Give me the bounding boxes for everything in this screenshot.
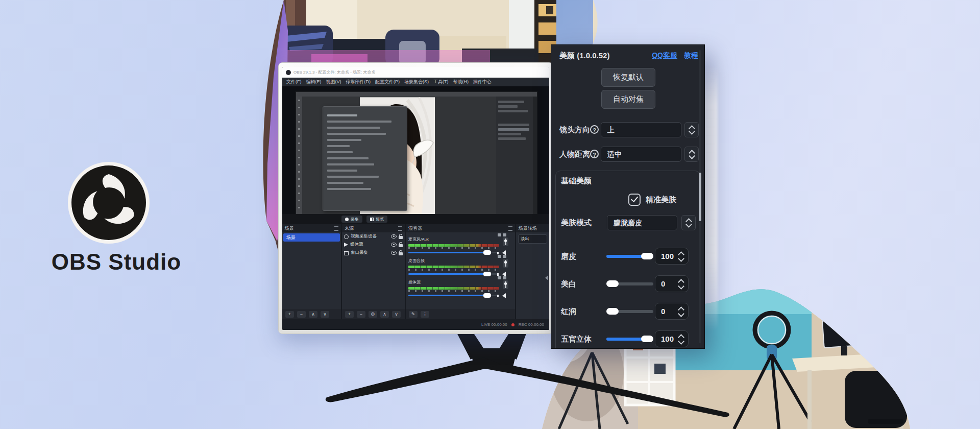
source-item[interactable]: 窗口采集 [342, 249, 405, 257]
mixer-more-button[interactable]: ⋮ [421, 311, 429, 318]
volume-slider[interactable] [408, 252, 499, 253]
spin-down-icon[interactable] [678, 311, 684, 317]
slider-handle[interactable] [641, 253, 653, 259]
help-icon[interactable]: ? [590, 150, 599, 158]
dock-transitions-header: 场景转场 [516, 224, 549, 232]
volume-handle[interactable] [483, 250, 491, 255]
dock-options-icon[interactable] [508, 226, 512, 231]
fader-icon[interactable] [503, 259, 508, 268]
source-up-button[interactable]: ∧ [380, 311, 389, 318]
dock-sources-header: 来源 [342, 224, 405, 232]
volume-handle[interactable] [483, 272, 491, 276]
value-box[interactable]: 100 [655, 330, 689, 347]
preview-tab-row: 采集 预览 [282, 214, 549, 224]
dialog-row [327, 145, 350, 147]
lock-toggle-icon[interactable] [399, 244, 403, 247]
volume-handle[interactable] [483, 293, 491, 298]
tab-capture[interactable]: 采集 [341, 216, 362, 223]
menu-item-profile[interactable]: 配置文件(P) [375, 79, 400, 85]
volume-slider[interactable] [408, 273, 499, 275]
panel-row [498, 105, 518, 108]
dock-options-icon[interactable] [398, 226, 402, 231]
mixer-channel: 麦克风/Aux [408, 233, 499, 253]
tutorial-link[interactable]: 教程 [684, 51, 698, 60]
value-box[interactable]: 0 [655, 275, 689, 292]
add-source-button[interactable]: + [345, 311, 354, 318]
lock-toggle-icon[interactable] [399, 252, 403, 255]
fader-icon[interactable] [503, 280, 508, 289]
camera-direction-select[interactable]: 上 [601, 122, 681, 137]
spin-down-icon[interactable] [678, 283, 684, 290]
transition-select[interactable]: 淡出 [518, 234, 547, 244]
media-source-icon [344, 243, 348, 247]
smoothing-slider-row: 磨皮 100 [556, 248, 700, 265]
dialog-row [327, 121, 391, 123]
panel-scrollbar[interactable] [699, 50, 701, 343]
source-item[interactable]: 媒体源 [342, 241, 405, 249]
slider-handle[interactable] [606, 280, 619, 287]
scene-up-button[interactable]: ∧ [309, 311, 317, 318]
auto-focus-button[interactable]: 自动对焦 [601, 90, 655, 109]
spin-down-icon[interactable] [678, 255, 684, 262]
menu-item-scene-collection[interactable]: 场景集合(S) [404, 79, 429, 85]
blob-rim-glow [703, 65, 718, 331]
live-status: LIVE 00:00:00 [481, 322, 507, 327]
add-scene-button[interactable]: + [285, 311, 294, 318]
skin-mode-select[interactable]: 朦胧磨皮 [607, 215, 677, 230]
value-box[interactable]: 0 [655, 303, 689, 320]
help-icon[interactable]: ? [590, 125, 599, 134]
skin-mode-spinner[interactable] [681, 215, 696, 230]
speaker-icon[interactable] [502, 293, 506, 298]
skin-mode-row: 美肤模式 朦胧磨皮 [556, 215, 700, 230]
dialog-row [327, 127, 380, 129]
menu-item-view[interactable]: 视图(V) [326, 79, 341, 85]
slider-handle[interactable] [641, 336, 653, 342]
scrollbar-thumb[interactable] [699, 173, 701, 221]
slider-track[interactable] [606, 338, 653, 341]
menu-item-tools[interactable]: 工具(T) [433, 79, 449, 85]
slider-track[interactable] [606, 310, 653, 313]
panel-links: QQ客服 教程 [652, 51, 698, 60]
scene-down-button[interactable]: ∨ [321, 311, 329, 318]
visibility-toggle-icon[interactable] [391, 243, 397, 247]
volume-slider[interactable] [408, 295, 499, 296]
source-down-button[interactable]: ∨ [392, 311, 401, 318]
menu-item-plugin-center[interactable]: 插件中心 [473, 79, 492, 85]
mixer-toolbar: ✎ ⋮ [406, 309, 515, 319]
remove-scene-button[interactable]: − [297, 311, 306, 318]
slider-track[interactable] [606, 255, 653, 258]
source-item[interactable]: 视频采集设备 [342, 232, 405, 241]
slider-handle[interactable] [606, 308, 619, 315]
dock-scroll-arrow-icon[interactable] [545, 275, 548, 280]
spin-down-icon[interactable] [678, 338, 684, 345]
source-properties-button[interactable]: ⚙ [369, 311, 377, 318]
menu-item-docks[interactable]: 停靠部件(D) [346, 79, 371, 85]
qq-support-link[interactable]: QQ客服 [652, 51, 677, 60]
restore-default-button[interactable]: 恢复默认 [601, 68, 655, 87]
remove-source-button[interactable]: − [357, 311, 365, 318]
menu-item-edit[interactable]: 编辑(E) [306, 79, 322, 85]
value-box[interactable]: 100 [655, 248, 689, 265]
menu-item-help[interactable]: 帮助(H) [453, 79, 469, 85]
dock-options-icon[interactable] [334, 226, 338, 231]
camera-direction-spinner[interactable] [684, 122, 699, 137]
visibility-toggle-icon[interactable] [391, 234, 397, 239]
dialog-row [327, 157, 369, 159]
panel-row [498, 110, 528, 112]
recording-dot-icon [511, 323, 514, 326]
fader-icon[interactable] [503, 237, 508, 246]
tab-preview[interactable]: 预览 [366, 216, 387, 223]
person-distance-select[interactable]: 适中 [601, 147, 681, 162]
group-title: 基础美颜 [561, 176, 592, 186]
precise-skin-checkbox[interactable] [628, 194, 641, 206]
slider-track[interactable] [606, 282, 653, 285]
person-distance-spinner[interactable] [684, 147, 699, 162]
menu-item-file[interactable]: 文件(F) [286, 79, 302, 85]
lock-toggle-icon[interactable] [399, 236, 403, 239]
ps-options-bar [296, 92, 537, 97]
scene-item[interactable]: 场景 [283, 233, 340, 242]
meter-ticks [408, 269, 499, 271]
visibility-toggle-icon[interactable] [391, 251, 397, 255]
mixer-edit-button[interactable]: ✎ [409, 311, 418, 318]
panel-row [498, 124, 529, 126]
